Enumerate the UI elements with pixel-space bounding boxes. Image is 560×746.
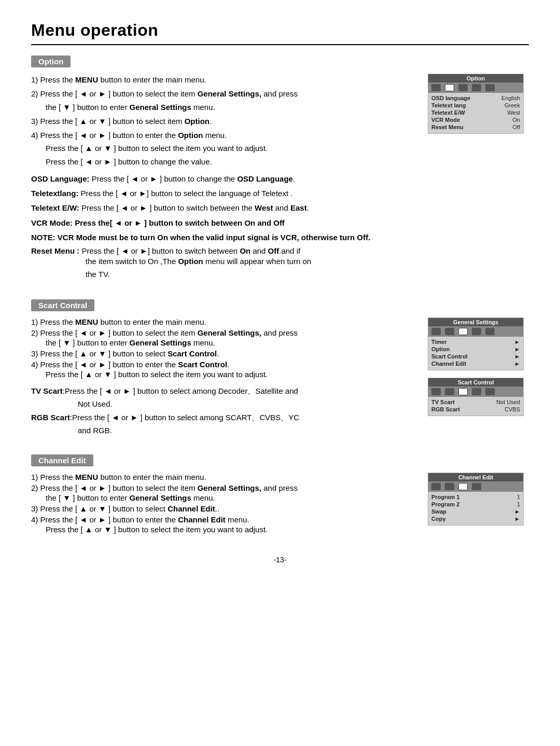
channel-step-4: 4) Press the [ ◄ or ► ] button to enter … bbox=[31, 515, 417, 524]
sc-icon-2 bbox=[445, 388, 454, 395]
option-label: Option bbox=[31, 56, 71, 67]
general-settings-mini-title: General Settings bbox=[428, 318, 523, 326]
scart-text: 1) Press the MENU button to enter the ma… bbox=[31, 317, 417, 438]
gs-row-scart: Scart Control► bbox=[431, 353, 520, 360]
rgb-scart-detail-2: and RGB. bbox=[78, 426, 417, 435]
sc-icon-3 bbox=[458, 388, 468, 395]
option-step-3: 3) Press the [ ▲ or ▼ ] button to select… bbox=[31, 115, 417, 127]
sc-icon-4 bbox=[472, 388, 481, 395]
mini-icon-5 bbox=[485, 84, 495, 91]
scart-step-4: 4) Press the [ ◄ or ► ] button to enter … bbox=[31, 360, 417, 369]
scart-label: Scart Contral bbox=[31, 299, 94, 311]
channel-step-1: 1) Press the MENU button to enter the ma… bbox=[31, 473, 417, 481]
option-step-4: 4) Press the [ ◄ or ► ] button to enter … bbox=[31, 129, 417, 141]
reset-menu-detail-2: the item switch to On ,The Option menu w… bbox=[86, 255, 417, 267]
channel-text: 1) Press the MENU button to enter the ma… bbox=[31, 473, 417, 539]
sc-row-rgb: RGB ScartCVBS bbox=[431, 406, 520, 412]
gs-icon-3 bbox=[458, 328, 468, 335]
scart-menu-images: General Settings Timer► Option► Scart Co… bbox=[428, 317, 529, 421]
ce-icon-3 bbox=[458, 483, 468, 490]
channel-step-2: 2) Press the [ ◄ or ► ] button to select… bbox=[31, 483, 417, 492]
option-step-2: 2) Press the [ ◄ or ► ] button to select… bbox=[31, 88, 417, 100]
page-title: Menu operation bbox=[31, 21, 529, 40]
ce-icon-2 bbox=[445, 483, 454, 490]
channel-menu-image: Channel Edit Program 11 Program 21 Swap►… bbox=[428, 473, 529, 531]
option-text: 1) Press the MENU button to enter the ma… bbox=[31, 74, 417, 283]
teletextlang-detail: Teletextlang: Press the [ ◄ or ►] button… bbox=[31, 187, 417, 199]
ce-row-swap: Swap► bbox=[431, 508, 520, 515]
option-row-osd: OSD languageEnglish bbox=[431, 95, 520, 101]
scart-control-mini-icons bbox=[428, 386, 523, 397]
sc-icon-5 bbox=[485, 388, 495, 395]
option-step-1: 1) Press the MENU button to enter the ma… bbox=[31, 74, 417, 86]
channel-step-2b: the [ ▼ ] button to enter General Settin… bbox=[46, 493, 417, 502]
option-step-4b: Press the [ ◄ or ► ] button to change th… bbox=[46, 156, 417, 168]
option-step-4a: Press the [ ▲ or ▼ ] button to select th… bbox=[46, 142, 417, 154]
channel-section: Channel Edit 1) Press the MENU button to… bbox=[31, 454, 529, 539]
gs-icon-1 bbox=[431, 328, 441, 335]
option-row-teletext-ew: Teletext E/WWest bbox=[431, 109, 520, 116]
ce-row-copy: Copy► bbox=[431, 516, 520, 522]
channel-edit-mini-icons bbox=[428, 481, 523, 492]
scart-section: Scart Contral 1) Press the MENU button t… bbox=[31, 299, 529, 438]
scart-step-3: 3) Press the [ ▲ or ▼ ] button to select… bbox=[31, 349, 417, 358]
rgb-scart-detail: RGB Scart:Press the [ ◄ or ► ] button to… bbox=[31, 411, 417, 423]
option-mini-title: Option bbox=[428, 74, 523, 82]
channel-label: Channel Edit bbox=[31, 454, 93, 466]
scart-control-mini-menu: Scart Control TV ScartNot Used RGB Scart… bbox=[428, 378, 524, 416]
ce-row-prog2: Program 21 bbox=[431, 501, 520, 507]
page-number: -13- bbox=[31, 556, 529, 564]
option-step-2b: the [ ▼ ] button to enter General Settin… bbox=[46, 101, 417, 113]
vcr-mode-detail: VCR Mode: Press the[ ◄ or ► ] button to … bbox=[31, 217, 417, 229]
option-menu-image: Option OSD languageEnglish Teletext lang… bbox=[428, 74, 529, 139]
channel-step-3: 3) Press the [ ▲ or ▼ ] button to select… bbox=[31, 504, 417, 513]
ce-icon-1 bbox=[431, 483, 441, 490]
general-settings-mini-icons bbox=[428, 326, 523, 337]
channel-edit-mini-title: Channel Edit bbox=[428, 473, 523, 481]
note-detail: NOTE: VCR Mode must be to turn On when t… bbox=[31, 231, 417, 243]
channel-step-4a: Press the [ ▲ or ▼ ] button to select th… bbox=[46, 525, 417, 534]
title-divider bbox=[31, 44, 529, 45]
sc-icon-1 bbox=[431, 388, 441, 395]
scart-control-mini-title: Scart Control bbox=[428, 378, 523, 386]
tv-scart-detail: TV Scart:Press the [ ◄ or ► ] button to … bbox=[31, 385, 417, 397]
scart-step-4a: Press the [ ▲ or ▼ ] button to select th… bbox=[46, 370, 417, 379]
gs-icon-5 bbox=[485, 328, 495, 335]
mini-icon-1 bbox=[431, 84, 441, 91]
general-settings-mini-menu: General Settings Timer► Option► Scart Co… bbox=[428, 317, 524, 370]
gs-icon-4 bbox=[472, 328, 481, 335]
option-mini-menu: Option OSD languageEnglish Teletext lang… bbox=[428, 74, 524, 134]
option-row-reset: Reset MenuOff bbox=[431, 124, 520, 130]
scart-control-rows: TV ScartNot Used RGB ScartCVBS bbox=[428, 397, 523, 416]
mini-icon-2 bbox=[445, 84, 454, 91]
gs-row-option: Option► bbox=[431, 346, 520, 352]
option-section: Option 1) Press the MENU button to enter… bbox=[31, 56, 529, 283]
option-mini-rows: OSD languageEnglish Teletext langGreek T… bbox=[428, 93, 523, 133]
gs-row-channel: Channel Edit► bbox=[431, 361, 520, 367]
general-settings-rows: Timer► Option► Scart Control► Channel Ed… bbox=[428, 337, 523, 370]
gs-icon-2 bbox=[445, 328, 454, 335]
tv-scart-detail-2: Not Used. bbox=[78, 399, 417, 408]
option-mini-icons bbox=[428, 82, 523, 93]
ce-row-prog1: Program 11 bbox=[431, 494, 520, 500]
scart-step-2b: the [ ▼ ] button to enter General Settin… bbox=[46, 338, 417, 347]
channel-edit-rows: Program 11 Program 21 Swap► Copy► bbox=[428, 492, 523, 525]
reset-menu-detail: Reset Menu : Press the [ ◄ or ►] button … bbox=[31, 246, 417, 255]
teletext-ew-detail: Teletext E/W: Press the [ ◄ or ► ] butto… bbox=[31, 202, 417, 214]
mini-icon-3 bbox=[458, 84, 468, 91]
option-row-vcr: VCR ModeOn bbox=[431, 117, 520, 123]
option-row-teletext-lang: Teletext langGreek bbox=[431, 102, 520, 108]
channel-edit-mini-menu: Channel Edit Program 11 Program 21 Swap►… bbox=[428, 473, 524, 526]
ce-icon-4 bbox=[472, 483, 481, 490]
scart-step-2: 2) Press the [ ◄ or ► ] button to select… bbox=[31, 328, 417, 337]
sc-row-tv: TV ScartNot Used bbox=[431, 399, 520, 405]
mini-icon-4 bbox=[472, 84, 481, 91]
scart-step-1: 1) Press the MENU button to enter the ma… bbox=[31, 317, 417, 326]
osd-language-detail: OSD Language: Press the [ ◄ or ► ] butto… bbox=[31, 173, 417, 185]
reset-menu-detail-3: the TV. bbox=[86, 268, 417, 280]
gs-row-timer: Timer► bbox=[431, 339, 520, 345]
